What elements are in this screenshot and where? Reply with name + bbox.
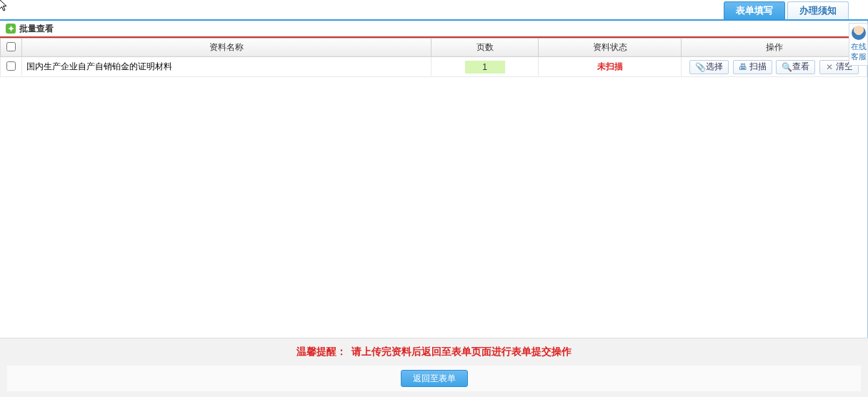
table-header-row: 资料名称 页数 资料状态 操作	[1, 39, 867, 57]
table-row: 国内生产企业自产自销铂金的证明材料 1 未扫描 📎选择 🖶扫描 🔍查看 ✕清空	[1, 57, 867, 77]
section-batch-view[interactable]: ✦ 批量查看	[0, 21, 867, 36]
back-to-form-button[interactable]: 返回至表单	[401, 370, 468, 387]
col-status: 资料状态	[539, 39, 682, 57]
col-pages: 页数	[431, 39, 539, 57]
reminder-text: 请上传完资料后返回至表单页面进行表单提交操作	[351, 346, 572, 357]
close-icon: ✕	[825, 62, 834, 72]
button-row: 返回至表单	[7, 366, 861, 391]
side-line2: 客服	[849, 51, 867, 61]
plus-icon: ✦	[6, 24, 16, 34]
materials-table: 资料名称 页数 资料状态 操作 国内生产企业自产自销铂金的证明材料 1 未扫描 …	[0, 38, 867, 77]
avatar-icon	[852, 26, 866, 40]
printer-icon: 🖶	[739, 62, 747, 72]
row-name: 国内生产企业自产自销铂金的证明材料	[22, 57, 431, 77]
row-status: 未扫描	[597, 61, 623, 71]
reminder-line: 温馨提醒： 请上传完资料后返回至表单页面进行表单提交操作	[0, 346, 868, 358]
reminder-label: 温馨提醒：	[296, 346, 346, 357]
tab-instructions[interactable]: 办理须知	[787, 1, 849, 19]
row-ops-cell: 📎选择 🖶扫描 🔍查看 ✕清空	[682, 57, 867, 77]
cursor-icon	[0, 0, 10, 15]
row-checkbox[interactable]	[6, 61, 16, 71]
online-service-widget[interactable]: 在线 客服	[849, 23, 868, 66]
col-checkbox	[1, 39, 22, 57]
side-line1: 在线	[849, 41, 867, 51]
magnifier-icon: 🔍	[782, 62, 790, 72]
view-button[interactable]: 🔍查看	[776, 60, 815, 74]
col-name: 资料名称	[22, 39, 431, 57]
row-status-cell: 未扫描	[539, 57, 682, 77]
scan-button[interactable]: 🖶扫描	[733, 60, 772, 74]
top-bar: 表单填写 办理须知	[0, 0, 868, 21]
select-label: 选择	[706, 61, 723, 73]
top-tabs: 表单填写 办理须知	[724, 1, 849, 19]
row-pages-cell: 1	[431, 57, 539, 77]
paperclip-icon: 📎	[695, 62, 704, 72]
section-title-label: 批量查看	[19, 23, 54, 35]
col-ops: 操作	[682, 39, 867, 57]
select-all-checkbox[interactable]	[6, 42, 16, 51]
bottom-panel: 温馨提醒： 请上传完资料后返回至表单页面进行表单提交操作 返回至表单	[0, 338, 868, 397]
tab-form-fill[interactable]: 表单填写	[724, 1, 785, 19]
view-label: 查看	[792, 61, 809, 73]
select-button[interactable]: 📎选择	[689, 60, 729, 74]
row-pages: 1	[465, 61, 505, 74]
row-checkbox-cell	[1, 57, 22, 77]
scan-label: 扫描	[749, 61, 767, 73]
